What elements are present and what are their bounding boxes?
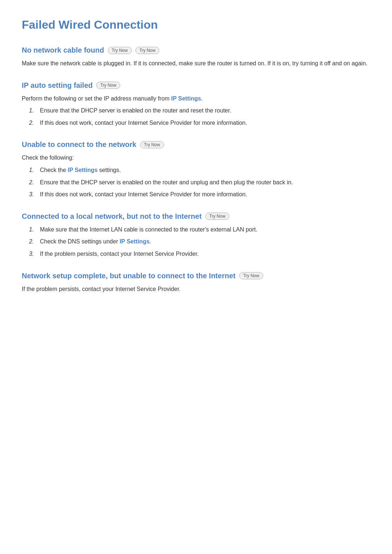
list-item-text: If the problem persists, contact your In… xyxy=(40,249,199,259)
list-item: 1. Ensure that the DHCP server is enable… xyxy=(29,106,370,115)
list-number: 1. xyxy=(29,225,36,234)
list-item-text: Check the IP Settings settings. xyxy=(40,165,121,175)
list-item-text: If this does not work, contact your Inte… xyxy=(40,118,247,128)
try-now-button-setup-complete[interactable]: Try Now xyxy=(239,272,263,279)
local-not-internet-list: 1. Make sure that the Internet LAN cable… xyxy=(22,225,370,259)
section-body-unable-connect: Check the following: 1. Check the IP Set… xyxy=(22,153,370,199)
section-title-setup-complete: Network setup complete, but unable to co… xyxy=(22,272,236,280)
try-now-button-no-cable-2[interactable]: Try Now xyxy=(135,47,159,54)
list-number: 1. xyxy=(29,165,36,175)
page-title: Failed Wired Connection xyxy=(22,18,370,32)
try-now-button-ip-auto[interactable]: Try Now xyxy=(96,82,120,89)
section-header-no-cable: No network cable found Try Now Try Now xyxy=(22,46,370,54)
section-header-local-not-internet: Connected to a local network, but not to… xyxy=(22,212,370,221)
try-now-button-no-cable-1[interactable]: Try Now xyxy=(108,47,132,54)
section-body-local-not-internet: 1. Make sure that the Internet LAN cable… xyxy=(22,225,370,259)
list-item-text-after: . xyxy=(150,238,151,245)
list-item: 2. Ensure that the DHCP server is enable… xyxy=(29,178,370,187)
list-item-text: If this does not work, contact your Inte… xyxy=(40,190,247,199)
list-item-text: Ensure that the DHCP server is enabled o… xyxy=(40,106,231,115)
section-title-ip-auto: IP auto setting failed xyxy=(22,81,93,90)
section-title-local-not-internet: Connected to a local network, but not to… xyxy=(22,212,202,221)
ip-auto-list: 1. Ensure that the DHCP server is enable… xyxy=(22,106,370,127)
list-item: 3. If this does not work, contact your I… xyxy=(29,190,370,199)
section-header-unable-connect: Unable to connect to the network Try Now xyxy=(22,140,370,149)
list-number: 2. xyxy=(29,237,36,246)
section-header-ip-auto: IP auto setting failed Try Now xyxy=(22,81,370,90)
list-item-text: Check the DNS settings under IP Settings… xyxy=(40,237,151,246)
section-local-not-internet: Connected to a local network, but not to… xyxy=(22,212,370,259)
list-item-text-before: Check the DNS settings under xyxy=(40,238,120,245)
section-unable-connect: Unable to connect to the network Try Now… xyxy=(22,140,370,199)
ip-settings-link-1[interactable]: IP Settings xyxy=(171,95,201,102)
section-title-no-cable: No network cable found xyxy=(22,46,104,54)
section-no-cable: No network cable found Try Now Try Now M… xyxy=(22,46,370,68)
try-now-button-unable-connect[interactable]: Try Now xyxy=(140,141,164,148)
section-body-no-cable: Make sure the network cable is plugged i… xyxy=(22,59,370,68)
ip-auto-intro: Perform the following or set the IP addr… xyxy=(22,94,370,103)
ip-auto-intro-suffix: . xyxy=(201,95,203,102)
list-item: 2. If this does not work, contact your I… xyxy=(29,118,370,128)
list-item-text: Ensure that the DHCP server is enabled o… xyxy=(40,178,293,187)
list-item: 1. Check the IP Settings settings. xyxy=(29,165,370,175)
try-now-button-local-not-internet[interactable]: Try Now xyxy=(205,213,229,220)
section-title-unable-connect: Unable to connect to the network xyxy=(22,140,136,149)
section-body-ip-auto: Perform the following or set the IP addr… xyxy=(22,94,370,128)
ip-settings-link-2[interactable]: IP Settings xyxy=(68,167,97,173)
list-item: 2. Check the DNS settings under IP Setti… xyxy=(29,237,370,246)
list-item-text: Make sure that the Internet LAN cable is… xyxy=(40,225,257,234)
section-header-setup-complete: Network setup complete, but unable to co… xyxy=(22,272,370,280)
list-item-text-before: Check the xyxy=(40,167,68,173)
list-item: 1. Make sure that the Internet LAN cable… xyxy=(29,225,370,234)
unable-connect-list: 1. Check the IP Settings settings. 2. En… xyxy=(22,165,370,199)
setup-complete-text: If the problem persists, contact your In… xyxy=(22,284,370,294)
list-number: 3. xyxy=(29,249,36,259)
list-number: 2. xyxy=(29,178,36,187)
section-body-setup-complete: If the problem persists, contact your In… xyxy=(22,284,370,294)
ip-settings-link-3[interactable]: IP Settings xyxy=(120,238,150,245)
list-item: 3. If the problem persists, contact your… xyxy=(29,249,370,259)
no-cable-text: Make sure the network cable is plugged i… xyxy=(22,59,370,68)
list-number: 1. xyxy=(29,106,36,115)
list-number: 3. xyxy=(29,190,36,199)
unable-connect-intro: Check the following: xyxy=(22,153,370,163)
ip-auto-intro-text: Perform the following or set the IP addr… xyxy=(22,95,171,102)
list-item-text-after: settings. xyxy=(98,167,121,173)
section-ip-auto: IP auto setting failed Try Now Perform t… xyxy=(22,81,370,128)
section-setup-complete: Network setup complete, but unable to co… xyxy=(22,272,370,294)
list-number: 2. xyxy=(29,118,36,128)
